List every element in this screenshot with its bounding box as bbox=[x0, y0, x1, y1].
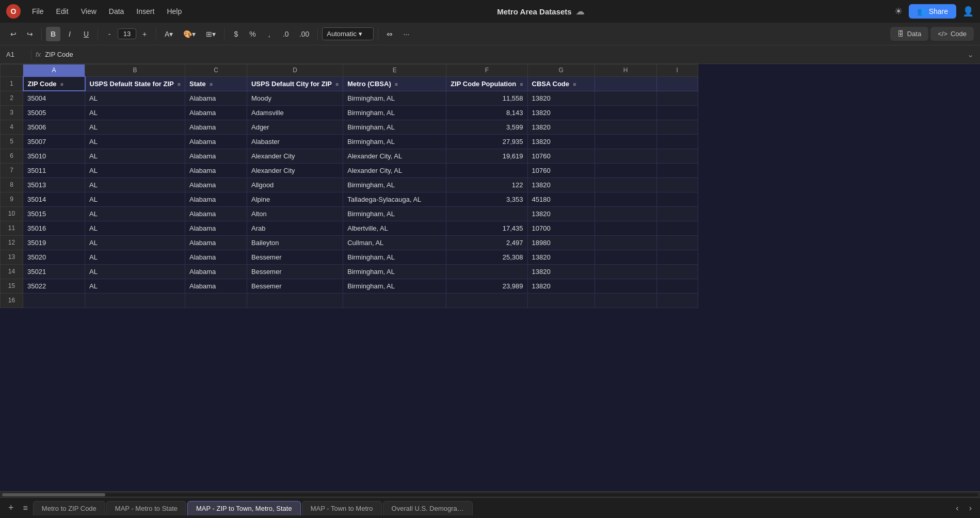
cell-zip[interactable]: 35021 bbox=[23, 264, 85, 279]
theme-toggle-icon[interactable]: ☀ bbox=[894, 6, 903, 17]
tab-metro-to-zip[interactable]: Metro to ZIP Code bbox=[33, 501, 105, 515]
cell-metro[interactable]: Birmingham, AL bbox=[343, 177, 446, 192]
cell-city[interactable]: Allgood bbox=[247, 177, 343, 192]
cell-usps-state[interactable]: AL bbox=[85, 279, 185, 293]
cell-zip[interactable]: 35016 bbox=[23, 221, 85, 235]
wrap-button[interactable]: ⇔ bbox=[382, 27, 397, 41]
menu-insert[interactable]: Insert bbox=[131, 5, 159, 18]
cell-metro[interactable]: Albertville, AL bbox=[343, 221, 446, 235]
cell-pop[interactable] bbox=[446, 163, 527, 177]
tab-next-button[interactable]: › bbox=[965, 501, 976, 515]
cell-metro[interactable]: Birmingham, AL bbox=[343, 250, 446, 264]
cell-cbsa[interactable]: 13820 bbox=[527, 279, 595, 293]
cell-city[interactable]: Baileyton bbox=[247, 235, 343, 250]
cell-zip[interactable]: 35010 bbox=[23, 149, 85, 163]
filter-icon[interactable]: ≡ bbox=[335, 82, 339, 87]
decrease-decimal-button[interactable]: .0 bbox=[279, 27, 293, 41]
cell-pop[interactable] bbox=[446, 206, 527, 221]
cell-city[interactable]: Adger bbox=[247, 120, 343, 134]
cell-state[interactable]: Alabama bbox=[185, 206, 247, 221]
cell-state[interactable]: Alabama bbox=[185, 163, 247, 177]
formula-input[interactable] bbox=[45, 51, 963, 58]
header-cbsa-code[interactable]: CBSA Code ≡ bbox=[527, 76, 595, 91]
cell-state[interactable]: Alabama bbox=[185, 91, 247, 105]
cell-state[interactable]: Alabama bbox=[185, 105, 247, 120]
fill-color-button[interactable]: 🎨▾ bbox=[179, 27, 200, 41]
cell-zip[interactable]: 35022 bbox=[23, 279, 85, 293]
cell-zip[interactable]: 35020 bbox=[23, 250, 85, 264]
cell-usps-state[interactable]: AL bbox=[85, 235, 185, 250]
cell-metro[interactable]: Alexander City, AL bbox=[343, 149, 446, 163]
cell-metro[interactable]: Cullman, AL bbox=[343, 235, 446, 250]
font-size-increase-button[interactable]: + bbox=[137, 27, 152, 41]
cell-pop[interactable]: 27,935 bbox=[446, 134, 527, 149]
cell-usps-state[interactable]: AL bbox=[85, 192, 185, 206]
header-usps-city[interactable]: USPS Default City for ZIP ≡ bbox=[247, 76, 343, 91]
increase-decimal-button[interactable]: .00 bbox=[295, 27, 313, 41]
col-header-f[interactable]: F bbox=[446, 64, 527, 77]
bold-button[interactable]: B bbox=[46, 27, 60, 41]
comma-button[interactable]: , bbox=[262, 27, 277, 41]
cell-city[interactable] bbox=[247, 293, 343, 307]
tab-prev-button[interactable]: ‹ bbox=[952, 501, 962, 515]
cell-city[interactable]: Alabaster bbox=[247, 134, 343, 149]
cell-cbsa[interactable]: 45180 bbox=[527, 192, 595, 206]
cell-city[interactable]: Alexander City bbox=[247, 163, 343, 177]
cell-metro[interactable]: Birmingham, AL bbox=[343, 134, 446, 149]
text-color-button[interactable]: A▾ bbox=[160, 27, 177, 41]
cell-metro[interactable]: Birmingham, AL bbox=[343, 91, 446, 105]
cell-usps-state[interactable]: AL bbox=[85, 149, 185, 163]
cell-state[interactable]: Alabama bbox=[185, 192, 247, 206]
more-options-button[interactable]: ··· bbox=[399, 27, 413, 41]
menu-data[interactable]: Data bbox=[104, 5, 130, 18]
cell-metro[interactable] bbox=[343, 293, 446, 307]
tab-map-metro-to-state[interactable]: MAP - Metro to State bbox=[106, 501, 186, 515]
borders-button[interactable]: ⊞▾ bbox=[202, 27, 220, 41]
cell-metro[interactable]: Birmingham, AL bbox=[343, 120, 446, 134]
percent-button[interactable]: % bbox=[245, 27, 260, 41]
grid-wrapper[interactable]: A B C D E F G H I 1 ZIP Code ≡ USPS Defa… bbox=[0, 64, 980, 491]
cell-zip[interactable]: 35013 bbox=[23, 177, 85, 192]
col-header-g[interactable]: G bbox=[527, 64, 595, 77]
cell-state[interactable]: Alabama bbox=[185, 177, 247, 192]
cell-zip[interactable]: 35011 bbox=[23, 163, 85, 177]
cell-zip[interactable] bbox=[23, 293, 85, 307]
filter-icon[interactable]: ≡ bbox=[60, 82, 63, 87]
cell-pop[interactable] bbox=[446, 264, 527, 279]
cell-usps-state[interactable]: AL bbox=[85, 134, 185, 149]
code-button[interactable]: </> Code bbox=[930, 27, 974, 41]
cell-zip[interactable]: 35014 bbox=[23, 192, 85, 206]
col-header-a[interactable]: A bbox=[23, 64, 85, 77]
filter-icon[interactable]: ≡ bbox=[178, 82, 181, 87]
cell-pop[interactable] bbox=[446, 293, 527, 307]
cell-usps-state[interactable]: AL bbox=[85, 120, 185, 134]
cell-state[interactable]: Alabama bbox=[185, 120, 247, 134]
col-header-e[interactable]: E bbox=[343, 64, 446, 77]
menu-view[interactable]: View bbox=[76, 5, 102, 18]
user-icon[interactable]: 👤 bbox=[962, 6, 974, 17]
cell-zip[interactable]: 35005 bbox=[23, 105, 85, 120]
cell-pop[interactable]: 25,308 bbox=[446, 250, 527, 264]
header-state[interactable]: State ≡ bbox=[185, 76, 247, 91]
header-zip-pop[interactable]: ZIP Code Population ≡ bbox=[446, 76, 527, 91]
underline-button[interactable]: U bbox=[79, 27, 93, 41]
cell-pop[interactable]: 19,619 bbox=[446, 149, 527, 163]
col-header-h[interactable]: H bbox=[595, 64, 656, 77]
col-header-c[interactable]: C bbox=[185, 64, 247, 77]
cell-usps-state[interactable]: AL bbox=[85, 163, 185, 177]
cell-usps-state[interactable]: AL bbox=[85, 221, 185, 235]
tab-overall-us[interactable]: Overall U.S. Demogra… bbox=[383, 501, 473, 515]
cell-cbsa[interactable]: 13820 bbox=[527, 134, 595, 149]
cell-pop[interactable]: 23,989 bbox=[446, 279, 527, 293]
currency-button[interactable]: $ bbox=[229, 27, 243, 41]
menu-edit[interactable]: Edit bbox=[51, 5, 74, 18]
cell-pop[interactable]: 2,497 bbox=[446, 235, 527, 250]
header-metro[interactable]: Metro (CBSA) ≡ bbox=[343, 76, 446, 91]
horizontal-scrollbar[interactable] bbox=[0, 491, 980, 497]
cell-pop[interactable]: 3,599 bbox=[446, 120, 527, 134]
cell-usps-state[interactable]: AL bbox=[85, 206, 185, 221]
cell-zip[interactable]: 35004 bbox=[23, 91, 85, 105]
cell-city[interactable]: Bessemer bbox=[247, 264, 343, 279]
cell-pop[interactable]: 8,143 bbox=[446, 105, 527, 120]
tab-map-zip-to-town[interactable]: MAP - ZIP to Town, Metro, State bbox=[187, 501, 301, 515]
